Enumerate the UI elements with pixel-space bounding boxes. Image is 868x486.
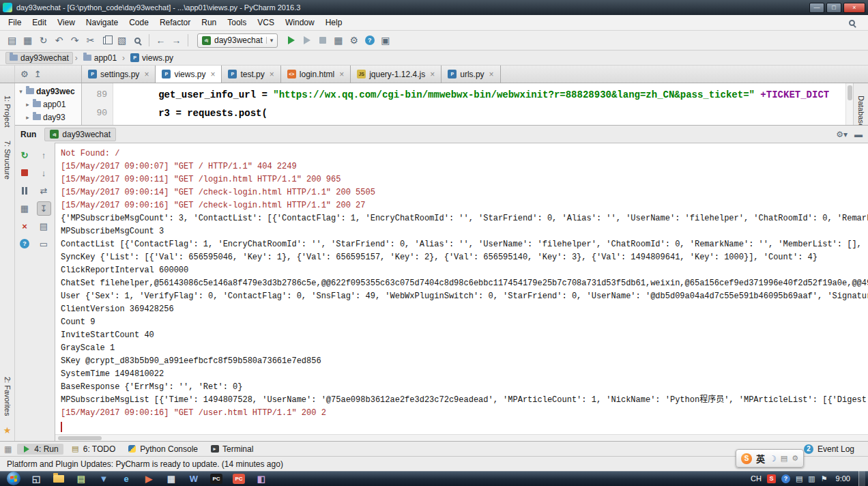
menu-file[interactable]: File <box>3 16 27 29</box>
sync-icon[interactable]: ↻ <box>35 33 51 48</box>
tab-jquery-1.12.4.js[interactable]: JSjquery-1.12.4.js× <box>351 66 442 83</box>
tab-login.html[interactable]: <>login.html× <box>281 66 351 83</box>
redo-icon[interactable]: ↷ <box>67 33 83 48</box>
horizontal-scrollbar[interactable] <box>55 434 868 441</box>
rerun-icon[interactable]: ↻ <box>18 148 32 162</box>
gear-icon[interactable]: ⚙▾ <box>836 130 848 139</box>
editor-line[interactable]: 89 get_user_info_url = "https://wx.qq.co… <box>82 85 853 104</box>
code-editor[interactable]: 89 get_user_info_url = "https://wx.qq.co… <box>82 83 853 125</box>
ime-toolbar[interactable]: S 英 ☽ ▤ ⚙ <box>736 449 804 468</box>
close-icon[interactable]: × <box>339 70 344 79</box>
project-settings-icon[interactable]: ⚙ <box>20 69 29 79</box>
favorites-star-icon[interactable]: ★ <box>3 425 12 435</box>
settings-icon[interactable]: ⚙ <box>346 33 362 48</box>
help-icon[interactable]: ? <box>362 33 377 48</box>
copy-icon[interactable] <box>98 33 114 48</box>
menu-run[interactable]: Run <box>196 16 222 29</box>
toolwindow-button-1-project[interactable]: 1: Project <box>3 89 12 134</box>
menu-window[interactable]: Window <box>280 16 320 29</box>
editor-line[interactable]: 90 r3 = requests.post( <box>82 104 853 122</box>
menu-navigate[interactable]: Navigate <box>81 16 124 29</box>
pause-output-icon[interactable] <box>18 184 32 198</box>
print-icon[interactable]: ▤ <box>37 219 51 233</box>
menu-help[interactable]: Help <box>320 16 348 29</box>
search-everywhere-icon[interactable] <box>844 15 860 30</box>
stop-icon[interactable] <box>18 166 32 180</box>
coverage-data-icon[interactable]: ▦ <box>330 33 346 48</box>
taskbar-notepad-icon[interactable]: ▤ <box>75 472 87 485</box>
start-button[interactable] <box>7 472 20 485</box>
chevron-icon[interactable]: ▾ <box>18 88 24 95</box>
sogou-logo-icon[interactable]: S <box>741 453 752 464</box>
project-item-app01[interactable]: ▸app01 <box>15 98 81 111</box>
action-center-flag-icon[interactable]: ⚑ <box>821 474 828 483</box>
menu-edit[interactable]: Edit <box>27 16 52 29</box>
close-icon[interactable]: × <box>430 70 435 79</box>
language-indicator[interactable]: CH <box>751 474 762 483</box>
close-button[interactable]: × <box>843 3 865 13</box>
stop-icon[interactable] <box>315 33 330 48</box>
taskbar-photo-viewer-icon[interactable]: ▦ <box>165 472 177 485</box>
taskbar-word-icon[interactable]: W <box>188 472 200 485</box>
tab-urls.py[interactable]: Purls.py× <box>442 66 500 83</box>
status-message[interactable]: Platform and Plugin Updates: PyCharm is … <box>7 459 283 469</box>
close-icon[interactable]: × <box>489 70 494 79</box>
run-icon[interactable] <box>283 33 299 48</box>
hide-panel-icon[interactable]: ▬ <box>854 130 863 139</box>
keyboard-tray-icon[interactable]: ▤ <box>796 474 802 483</box>
sogou-tray-icon[interactable]: S <box>767 474 776 483</box>
run-configuration-select[interactable]: dj day93wechat ▾ <box>197 33 278 48</box>
run-tab[interactable]: dj day93wechat <box>44 128 116 141</box>
project-item-day93[interactable]: ▸day93 <box>15 111 81 124</box>
editor-scrollbar[interactable] <box>845 83 853 125</box>
ime-moon-icon[interactable]: ☽ <box>769 454 777 463</box>
show-console-icon[interactable]: ▦ <box>18 201 32 216</box>
toolwindow-button-2-favorites[interactable]: 2: Favorites <box>3 370 12 423</box>
help-tray-icon[interactable]: ? <box>781 474 790 483</box>
breadcrumb-item-views.py[interactable]: Pviews.py <box>127 53 177 63</box>
close-icon[interactable]: × <box>210 70 215 79</box>
scroll-down-icon[interactable]: ↓ <box>37 166 51 180</box>
taskbar-internet-explorer-icon[interactable]: e <box>120 472 132 485</box>
forward-icon[interactable]: → <box>169 33 184 48</box>
back-icon[interactable]: ← <box>153 33 169 48</box>
toolwindow-button-7-structure[interactable]: 7: Structure <box>3 134 12 186</box>
ime-keyboard-icon[interactable]: ▤ <box>781 454 787 463</box>
taskbar-remote-window-icon[interactable]: ◱ <box>30 472 42 485</box>
toolwindow-button-python-console[interactable]: Python Console <box>123 444 203 455</box>
network-tray-icon[interactable]: ▥ <box>808 474 815 483</box>
close-icon[interactable]: × <box>270 70 274 79</box>
maximize-button[interactable]: □ <box>826 3 841 13</box>
help-icon[interactable]: ? <box>18 237 32 251</box>
taskbar-console-icon[interactable]: PC <box>210 474 222 484</box>
menu-vcs[interactable]: VCS <box>252 16 280 29</box>
open-icon[interactable]: ▤ <box>4 33 20 48</box>
breadcrumb-item-day93wechat[interactable]: day93wechat <box>5 52 73 64</box>
taskbar-media-player-icon[interactable]: ▶ <box>143 472 155 485</box>
menu-view[interactable]: View <box>52 16 81 29</box>
project-item-day93wec[interactable]: ▾day93wec <box>15 85 81 98</box>
toolwindow-button-6-todo[interactable]: 6: TODO <box>66 444 121 455</box>
clear-all-icon[interactable]: ▭ <box>37 237 51 251</box>
show-desktop-button[interactable] <box>858 471 865 486</box>
scrollbar-thumb[interactable] <box>848 85 852 100</box>
plugins-icon[interactable]: ▣ <box>377 33 393 48</box>
tab-views.py[interactable]: Pviews.py× <box>156 66 222 83</box>
find-icon[interactable] <box>130 33 145 48</box>
toolwindow-button-terminal[interactable]: Terminal <box>205 444 258 455</box>
soft-wrap-icon[interactable]: ⇄ <box>37 184 51 198</box>
save-all-icon[interactable]: ▦ <box>20 33 35 48</box>
toolwindow-switcher-icon[interactable]: ▦ <box>4 444 12 454</box>
scroll-up-icon[interactable]: ↑ <box>37 148 51 162</box>
menu-code[interactable]: Code <box>124 16 154 29</box>
run-with-coverage-icon[interactable] <box>299 33 315 48</box>
taskbar-paint-icon[interactable]: ◧ <box>255 472 267 485</box>
menu-tools[interactable]: Tools <box>222 16 252 29</box>
scroll-to-end-icon[interactable]: ↧ <box>37 201 51 216</box>
toolwindow-button-4-run[interactable]: 4: Run <box>17 444 63 455</box>
taskbar-save-tool-icon[interactable]: ▼ <box>98 472 110 485</box>
cut-icon[interactable]: ✂ <box>83 33 98 48</box>
paste-icon[interactable]: ▧ <box>114 33 130 48</box>
close-icon[interactable]: × <box>18 219 32 233</box>
close-icon[interactable]: × <box>144 70 149 79</box>
